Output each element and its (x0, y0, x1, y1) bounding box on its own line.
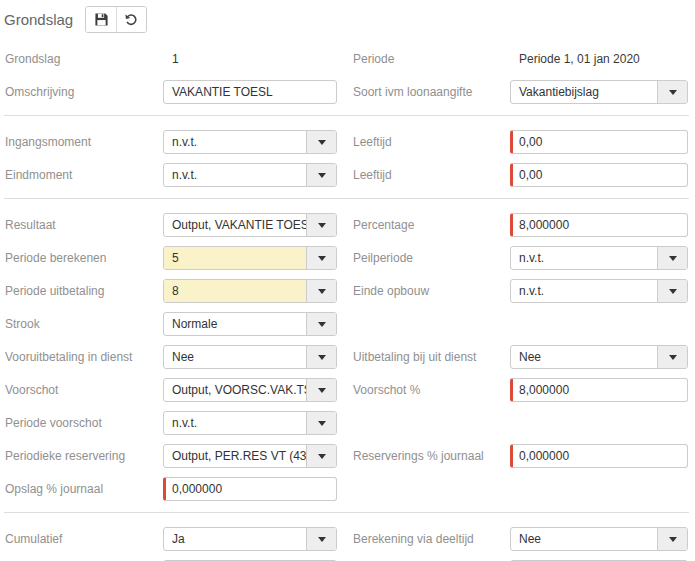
dropdown-arrow-button[interactable] (306, 164, 336, 186)
dropdown-arrow-button[interactable] (306, 379, 336, 401)
periode-uitbetaling-select[interactable]: 8 (163, 279, 337, 303)
select-value: Ja (164, 528, 306, 550)
chevron-down-icon (669, 90, 677, 95)
grondslag-label: Grondslag (4, 52, 163, 66)
row-grondslag-periode: Grondslag 1 Periode Periode 1, 01 jan 20… (4, 47, 689, 71)
grondslag-page: Grondslag Grondslag 1 Periode (0, 0, 695, 561)
leeftijd-input-2[interactable] (510, 163, 688, 187)
undo-arrow-icon (124, 12, 139, 27)
dropdown-arrow-button[interactable] (306, 247, 336, 269)
row-omschrijving-soort: Omschrijving Soort ivm loonaangifte Vaka… (4, 80, 689, 104)
strook-select[interactable]: Normale (163, 312, 337, 336)
cumulatief-select[interactable]: Ja (163, 527, 337, 551)
periode-label: Periode (352, 52, 510, 66)
chevron-down-icon (669, 355, 677, 360)
voorschot-pct-label: Voorschot % (352, 383, 510, 397)
chevron-down-icon (318, 140, 326, 145)
eindmoment-select[interactable]: n.v.t. (163, 163, 337, 187)
section-divider (4, 115, 689, 116)
select-value: n.v.t. (511, 280, 657, 302)
row-voorschot-voorschotpct: Voorschot Output, VOORSC.VAK.TSL (431) V… (4, 378, 689, 402)
page-header: Grondslag (4, 6, 689, 33)
peilperiode-select[interactable]: n.v.t. (510, 246, 688, 270)
save-button[interactable] (86, 7, 116, 32)
periode-berekenen-label: Periode berekenen (4, 251, 163, 265)
resultaat-select[interactable]: Output, VAKANTIE TOESL (82) (163, 213, 337, 237)
row-periodieke-reservering: Periodieke reservering Output, PER.RES V… (4, 444, 689, 468)
opslag-pct-journaal-input[interactable] (163, 477, 337, 501)
select-value: Nee (511, 528, 657, 550)
periodieke-reservering-select[interactable]: Output, PER.RES VT (432) (163, 444, 337, 468)
select-value: Nee (164, 346, 306, 368)
periode-berekenen-select[interactable]: 5 (163, 246, 337, 270)
voorschot-pct-input[interactable] (510, 378, 688, 402)
select-value: Output, VOORSC.VAK.TSL (431) (164, 379, 306, 401)
uitbetaling-bij-uit-dienst-label: Uitbetaling bij uit dienst (352, 350, 510, 364)
soort-ivm-loonaangifte-select[interactable]: Vakantiebijslag (510, 80, 688, 104)
dropdown-arrow-button[interactable] (306, 528, 336, 550)
select-value: Normale (164, 313, 306, 335)
periode-voorschot-select[interactable]: n.v.t. (163, 411, 337, 435)
einde-opbouw-select[interactable]: n.v.t. (510, 279, 688, 303)
chevron-down-icon (318, 289, 326, 294)
reserverings-pct-journaal-input[interactable] (510, 444, 688, 468)
row-periode-uitbetaling-einde-opbouw: Periode uitbetaling 8 Einde opbouw n.v.t… (4, 279, 689, 303)
row-strook: Strook Normale (4, 312, 689, 336)
undo-button[interactable] (116, 7, 146, 32)
dropdown-arrow-button[interactable] (306, 313, 336, 335)
periode-voorschot-label: Periode voorschot (4, 416, 163, 430)
select-value: 8 (164, 280, 306, 302)
select-value: n.v.t. (164, 164, 306, 186)
uitbetaling-bij-uit-dienst-select[interactable]: Nee (510, 345, 688, 369)
chevron-down-icon (318, 173, 326, 178)
cumulatief-label: Cumulatief (4, 532, 163, 546)
voorschot-select[interactable]: Output, VOORSC.VAK.TSL (431) (163, 378, 337, 402)
vooruitbetaling-in-dienst-select[interactable]: Nee (163, 345, 337, 369)
dropdown-arrow-button[interactable] (657, 247, 687, 269)
chevron-down-icon (318, 537, 326, 542)
dropdown-arrow-button[interactable] (306, 412, 336, 434)
header-toolbar (85, 6, 147, 33)
dropdown-arrow-button[interactable] (306, 131, 336, 153)
chevron-down-icon (318, 388, 326, 393)
chevron-down-icon (318, 223, 326, 228)
select-value: Output, VAKANTIE TOESL (82) (164, 214, 306, 236)
chevron-down-icon (318, 322, 326, 327)
select-value: n.v.t. (164, 131, 306, 153)
select-value: Vakantiebijslag (511, 81, 657, 103)
select-value: Output, PER.RES VT (432) (164, 445, 306, 467)
percentage-input[interactable] (510, 213, 688, 237)
page-title: Grondslag (4, 11, 73, 28)
chevron-down-icon (669, 537, 677, 542)
vooruitbetaling-in-dienst-label: Vooruitbetaling in dienst (4, 350, 163, 364)
chevron-down-icon (318, 454, 326, 459)
leeftijd-input-1[interactable] (510, 130, 688, 154)
chevron-down-icon (318, 256, 326, 261)
berekening-via-deeltijd-select[interactable]: Nee (510, 527, 688, 551)
row-eindmoment-leeftijd: Eindmoment n.v.t. Leeftijd (4, 163, 689, 187)
select-value: 5 (164, 247, 306, 269)
eindmoment-label: Eindmoment (4, 168, 163, 182)
ingangsmoment-label: Ingangsmoment (4, 135, 163, 149)
ingangsmoment-select[interactable]: n.v.t. (163, 130, 337, 154)
row-vooruitbetaling-uitbetaling: Vooruitbetaling in dienst Nee Uitbetalin… (4, 345, 689, 369)
peilperiode-label: Peilperiode (352, 251, 510, 265)
dropdown-arrow-button[interactable] (306, 280, 336, 302)
dropdown-arrow-button[interactable] (657, 280, 687, 302)
row-ingangsmoment-leeftijd: Ingangsmoment n.v.t. Leeftijd (4, 130, 689, 154)
omschrijving-input[interactable] (163, 80, 337, 104)
dropdown-arrow-button[interactable] (657, 346, 687, 368)
dropdown-arrow-button[interactable] (306, 214, 336, 236)
chevron-down-icon (318, 421, 326, 426)
select-value: n.v.t. (511, 247, 657, 269)
dropdown-arrow-button[interactable] (657, 528, 687, 550)
dropdown-arrow-button[interactable] (306, 346, 336, 368)
row-opslag-pct-journaal: Opslag % journaal (4, 477, 689, 501)
select-value: Nee (511, 346, 657, 368)
dropdown-arrow-button[interactable] (306, 445, 336, 467)
floppy-disk-icon (94, 12, 109, 27)
dropdown-arrow-button[interactable] (657, 81, 687, 103)
voorschot-label: Voorschot (4, 383, 163, 397)
chevron-down-icon (669, 289, 677, 294)
opslag-pct-journaal-label: Opslag % journaal (4, 482, 163, 496)
